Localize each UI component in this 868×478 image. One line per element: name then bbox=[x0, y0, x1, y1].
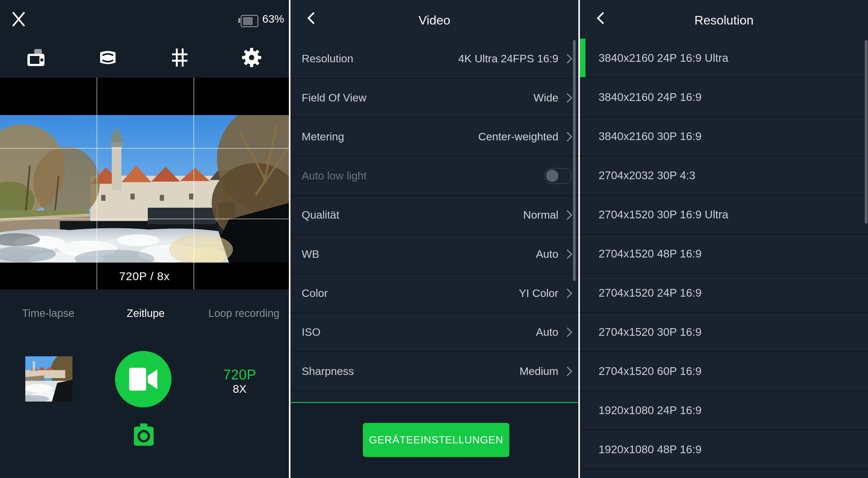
row-label: Auto low light bbox=[302, 170, 367, 182]
record-speed-label: 8X bbox=[203, 383, 277, 395]
row-label: Qualität bbox=[302, 209, 339, 221]
battery-percent: 63% bbox=[262, 13, 284, 25]
row-label: Resolution bbox=[302, 53, 353, 65]
resolution-option[interactable]: 2704x1520 60P 16:9 bbox=[580, 352, 868, 391]
scrollbar[interactable] bbox=[573, 40, 576, 281]
settings-footer: GERÄTEEINSTELLUNGEN bbox=[290, 402, 578, 478]
settings-row-resolution[interactable]: Resolution 4K Ultra 24FPS 16:9 bbox=[290, 39, 578, 78]
record-button[interactable] bbox=[115, 351, 172, 408]
tab-time-lapse[interactable]: Time-lapse bbox=[22, 307, 74, 319]
grid-icon[interactable] bbox=[169, 47, 190, 68]
row-value: Medium bbox=[520, 365, 558, 378]
tab-slow-motion[interactable]: Zeitlupe bbox=[127, 307, 164, 319]
record-resolution-label: 720P bbox=[203, 366, 277, 383]
close-icon[interactable] bbox=[12, 12, 26, 27]
live-preview-photo bbox=[0, 115, 289, 263]
resolution-list: 3840x2160 24P 16:9 Ultra 3840x2160 24P 1… bbox=[580, 39, 868, 478]
grid-line-vertical bbox=[193, 78, 194, 290]
settings-gear-icon[interactable] bbox=[241, 47, 262, 68]
settings-row-quality[interactable]: Qualität Normal bbox=[290, 195, 578, 234]
chevron-right-icon bbox=[563, 367, 572, 376]
row-value: Normal bbox=[523, 209, 558, 221]
row-value: Auto bbox=[536, 248, 558, 261]
row-label: Metering bbox=[302, 130, 344, 143]
chevron-right-icon bbox=[563, 93, 572, 102]
toggle-knob bbox=[546, 170, 558, 182]
lens-fov-icon[interactable] bbox=[97, 47, 119, 68]
video-camera-icon bbox=[129, 368, 157, 391]
resolution-option[interactable]: 1920x1080 24P 16:9 bbox=[580, 391, 868, 430]
settings-row-auto-low-light[interactable]: Auto low light bbox=[290, 156, 578, 195]
chevron-right-icon bbox=[563, 210, 572, 220]
auto-low-light-toggle[interactable] bbox=[544, 168, 572, 184]
settings-row-wb[interactable]: WB Auto bbox=[290, 234, 578, 273]
resolution-option[interactable]: 2704x1520 30P 16:9 bbox=[580, 312, 868, 352]
resolution-option[interactable]: 3840x2160 24P 16:9 bbox=[580, 77, 868, 116]
chevron-right-icon bbox=[563, 54, 572, 63]
resolution-option[interactable]: 3840x2160 30P 16:9 bbox=[580, 116, 868, 155]
viewfinder: 720P / 8x bbox=[0, 78, 289, 290]
settings-row-sharpness[interactable]: Sharpness Medium bbox=[290, 352, 578, 391]
chevron-right-icon bbox=[563, 328, 572, 337]
chevron-right-icon bbox=[563, 289, 572, 298]
yi-camera-app-screen: 63% bbox=[0, 0, 868, 478]
resolution-option[interactable]: 2704x1520 30P 16:9 Ultra bbox=[580, 195, 868, 234]
row-label: ISO bbox=[302, 326, 320, 338]
grid-line-vertical bbox=[97, 78, 97, 290]
resolution-picker-panel: Resolution 3840x2160 24P 16:9 Ultra 3840… bbox=[580, 0, 868, 478]
resolution-option[interactable]: 1920x1080 48P 16:9 bbox=[580, 430, 868, 469]
device-settings-button[interactable]: GERÄTEEINSTELLUNGEN bbox=[363, 423, 509, 457]
row-value: Center-weighted bbox=[478, 130, 558, 143]
row-label: Field Of View bbox=[302, 92, 366, 104]
row-value: 4K Ultra 24FPS 16:9 bbox=[458, 53, 558, 65]
tab-loop-recording[interactable]: Loop recording bbox=[209, 307, 280, 319]
settings-list: Resolution 4K Ultra 24FPS 16:9 Field Of … bbox=[290, 39, 578, 403]
row-value: Auto bbox=[536, 326, 558, 338]
settings-row-field-of-view[interactable]: Field Of View Wide bbox=[290, 78, 578, 117]
settings-row-iso[interactable]: ISO Auto bbox=[290, 312, 578, 352]
resolution-option[interactable]: 2704x1520 24P 16:9 bbox=[580, 273, 868, 312]
gallery-thumbnail[interactable] bbox=[25, 356, 72, 401]
resolution-option[interactable]: 2704x2032 30P 4:3 bbox=[580, 155, 868, 195]
resolution-option[interactable]: 3840x2160 24P 16:9 Ultra bbox=[580, 39, 868, 77]
row-value: YI Color bbox=[519, 287, 558, 300]
chevron-right-icon bbox=[563, 249, 572, 259]
camera-switch-icon[interactable] bbox=[25, 47, 46, 68]
page-title: Resolution bbox=[580, 13, 868, 27]
video-settings-panel: Video Resolution 4K Ultra 24FPS 16:9 Fie… bbox=[290, 0, 578, 478]
photo-capture-icon[interactable] bbox=[134, 423, 154, 446]
chevron-right-icon bbox=[563, 132, 572, 141]
grid-line-horizontal bbox=[0, 148, 289, 149]
resolution-option-partial bbox=[580, 469, 868, 478]
scrollbar[interactable] bbox=[865, 40, 867, 224]
row-value: Wide bbox=[534, 92, 558, 104]
resolution-option[interactable]: 2704x1520 48P 16:9 bbox=[580, 234, 868, 273]
settings-row-ev[interactable]: EV 0 bbox=[290, 391, 578, 403]
row-label: Sharpness bbox=[302, 365, 354, 378]
settings-row-color[interactable]: Color YI Color bbox=[290, 273, 578, 312]
grid-line-horizontal bbox=[0, 219, 289, 219]
page-title: Video bbox=[290, 13, 578, 27]
row-label: WB bbox=[302, 248, 319, 261]
row-label: Color bbox=[302, 287, 328, 300]
settings-row-metering[interactable]: Metering Center-weighted bbox=[290, 117, 578, 156]
camera-preview-panel: 63% bbox=[0, 0, 289, 478]
preview-resolution-label: 720P / 8x bbox=[0, 270, 289, 283]
battery-icon bbox=[241, 15, 258, 27]
